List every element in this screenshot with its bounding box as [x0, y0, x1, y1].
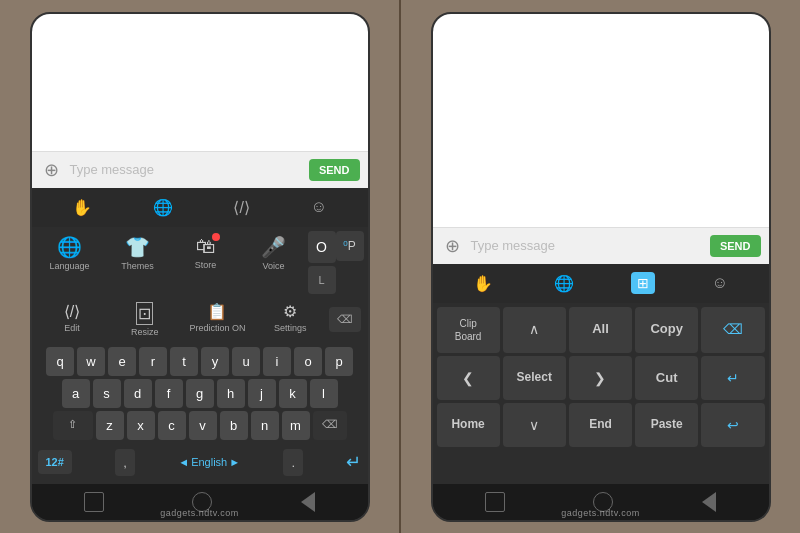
- backspace-key[interactable]: ⌫: [329, 307, 361, 332]
- key-h[interactable]: h: [217, 379, 245, 408]
- key-d[interactable]: d: [124, 379, 152, 408]
- right-message-input[interactable]: Type message: [471, 238, 704, 253]
- edit-icon: ⟨/⟩: [64, 302, 80, 321]
- voice-key[interactable]: 🎤 Voice: [240, 231, 308, 294]
- copy-key[interactable]: Copy: [635, 307, 698, 353]
- clipboard-keyboard: ClipBoard ∧ All Copy ⌫ ❮ Select ❯ Cut ↵ …: [433, 303, 769, 484]
- themes-key[interactable]: 👕 Themes: [104, 231, 172, 294]
- key-r[interactable]: r: [139, 347, 167, 376]
- resize-label: Resize: [131, 327, 159, 337]
- key-z[interactable]: z: [96, 411, 124, 440]
- end-key[interactable]: End: [569, 403, 632, 447]
- key-row-1: q w e r t y u i o p: [36, 347, 364, 376]
- key-l[interactable]: l: [310, 379, 338, 408]
- right-smiley-icon[interactable]: ☺: [708, 270, 732, 296]
- key-row-3: ⇧ z x c v b n m ⌫: [36, 411, 364, 440]
- key-g[interactable]: g: [186, 379, 214, 408]
- key-s[interactable]: s: [93, 379, 121, 408]
- resize-key[interactable]: ⊡ Resize: [111, 298, 179, 341]
- undo-key[interactable]: ↩: [701, 403, 764, 447]
- func-row-2: ⟨/⟩ Edit ⊡ Resize 📋 Prediction ON ⚙ Sett…: [36, 298, 364, 341]
- right-send-button[interactable]: SEND: [710, 235, 761, 257]
- smiley-icon[interactable]: ☺: [307, 194, 331, 220]
- language-key[interactable]: 🌐 Language: [36, 231, 104, 294]
- arrow-down-key[interactable]: ∨: [503, 403, 566, 447]
- arrow-up-key[interactable]: ∧: [503, 307, 566, 353]
- right-message-bar: ⊕ Type message SEND: [433, 227, 769, 264]
- store-key[interactable]: 🛍 Store: [172, 231, 240, 294]
- right-nav-back-button[interactable]: [702, 492, 716, 512]
- store-badge: [212, 233, 220, 241]
- cut-key[interactable]: Cut: [635, 356, 698, 400]
- key-m[interactable]: m: [282, 411, 310, 440]
- nav-back-button[interactable]: [301, 492, 315, 512]
- prediction-key[interactable]: 📋 Prediction ON: [183, 298, 251, 341]
- letter-rows: q w e r t y u i o p a s d f g h: [36, 345, 364, 445]
- prediction-label: Prediction ON: [189, 323, 245, 333]
- right-hand-icon[interactable]: ✋: [469, 270, 497, 297]
- arrow-left-key[interactable]: ❮: [437, 356, 500, 400]
- shift-key[interactable]: ⇧: [53, 411, 93, 440]
- key-w[interactable]: w: [77, 347, 105, 376]
- right-keyboard-toolbar: ✋ 🌐 ⊞ ☺: [433, 264, 769, 303]
- key-j[interactable]: j: [248, 379, 276, 408]
- nav-square-button[interactable]: [84, 492, 104, 512]
- key-n[interactable]: n: [251, 411, 279, 440]
- key-y[interactable]: y: [201, 347, 229, 376]
- left-keyboard: 🌐 Language 👕 Themes 🛍 Store 🎤 Voice: [32, 227, 368, 484]
- key-k[interactable]: k: [279, 379, 307, 408]
- right-clipboard-icon-active[interactable]: ⊞: [631, 272, 655, 294]
- lang-right-arrow: ►: [229, 456, 240, 468]
- key-i[interactable]: i: [263, 347, 291, 376]
- edit-key[interactable]: ⟨/⟩ Edit: [38, 298, 106, 341]
- enter-key[interactable]: ↵: [346, 451, 361, 473]
- key-row-2: a s d f g h j k l: [36, 379, 364, 408]
- key-a[interactable]: a: [62, 379, 90, 408]
- key-v[interactable]: v: [189, 411, 217, 440]
- hand-icon[interactable]: ✋: [68, 194, 96, 221]
- code-icon[interactable]: ⟨/⟩: [229, 194, 253, 221]
- period-key[interactable]: .: [283, 449, 303, 476]
- number-0-key[interactable]: 0P: [336, 231, 364, 261]
- key-f[interactable]: f: [155, 379, 183, 408]
- right-add-button[interactable]: ⊕: [441, 234, 465, 258]
- settings-key[interactable]: ⚙ Settings: [256, 298, 324, 341]
- left-message-input[interactable]: Type message: [70, 162, 303, 177]
- func-row-1: 🌐 Language 👕 Themes 🛍 Store 🎤 Voice: [36, 231, 364, 294]
- backspace-small-key[interactable]: ⌫: [313, 411, 347, 440]
- language-selector[interactable]: ◄ English ►: [178, 456, 240, 468]
- left-screen-content: [32, 14, 368, 151]
- right-globe-icon[interactable]: 🌐: [550, 270, 578, 297]
- key-x[interactable]: x: [127, 411, 155, 440]
- key-q[interactable]: q: [46, 347, 74, 376]
- bottom-keyboard-row: 12# , ◄ English ► . ↵: [36, 445, 364, 480]
- newline-key[interactable]: ↵: [701, 356, 764, 400]
- home-key[interactable]: Home: [437, 403, 500, 447]
- right-nav-square-button[interactable]: [485, 492, 505, 512]
- edit-label: Edit: [64, 323, 80, 333]
- key-o[interactable]: o: [294, 347, 322, 376]
- key-b[interactable]: b: [220, 411, 248, 440]
- key-c[interactable]: c: [158, 411, 186, 440]
- backspace-clip-key[interactable]: ⌫: [701, 307, 764, 353]
- all-key[interactable]: All: [569, 307, 632, 353]
- key-t[interactable]: t: [170, 347, 198, 376]
- key-p[interactable]: p: [325, 347, 353, 376]
- number-mode-key[interactable]: 12#: [38, 450, 72, 474]
- clipboard-key[interactable]: ClipBoard: [437, 307, 500, 353]
- language-text: English: [191, 456, 227, 468]
- left-phone: ⊕ Type message SEND ✋ 🌐 ⟨/⟩ ☺ 🌐 Language…: [30, 12, 370, 522]
- key-e[interactable]: e: [108, 347, 136, 376]
- comma-key[interactable]: ,: [115, 449, 135, 476]
- left-add-button[interactable]: ⊕: [40, 158, 64, 182]
- themes-label: Themes: [121, 261, 154, 271]
- letter-l-key[interactable]: L: [308, 266, 336, 294]
- key-u[interactable]: u: [232, 347, 260, 376]
- globe-icon[interactable]: 🌐: [149, 194, 177, 221]
- right-screen-content: [433, 14, 769, 227]
- arrow-right-key[interactable]: ❯: [569, 356, 632, 400]
- left-send-button[interactable]: SEND: [309, 159, 360, 181]
- select-key[interactable]: Select: [503, 356, 566, 400]
- paste-key[interactable]: Paste: [635, 403, 698, 447]
- letter-o-key[interactable]: O: [308, 231, 336, 263]
